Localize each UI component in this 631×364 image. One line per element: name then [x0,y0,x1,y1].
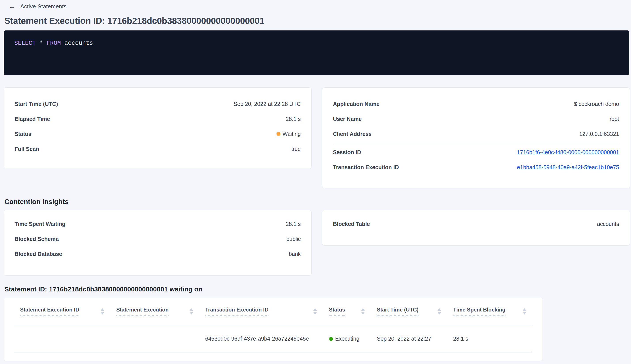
statement-overview-card: Start Time (UTC) Sep 20, 2022 at 22:28 U… [4,87,312,169]
elapsed-time-label: Elapsed Time [14,116,50,122]
session-details-card: Application Name $ cockroach demo User N… [322,87,630,188]
blocked-table-label: Blocked Table [333,221,370,227]
contention-row: Blocked Schema public [14,232,301,246]
sort-icon [438,308,441,314]
contention-cards-row: Time Spent Waiting 28.1 s Blocked Schema… [4,210,631,276]
transaction-execution-id-link[interactable]: e1bba458-5948-40a9-a42f-5feac1b10e75 [517,164,619,170]
sort-icon [190,308,193,314]
overview-row: Start Time (UTC) Sep 20, 2022 at 22:28 U… [14,96,301,112]
waiting-on-table: Statement Execution ID Statement Executi… [14,298,532,353]
sql-keyword: SELECT [14,40,36,46]
status-label: Status [14,131,31,137]
status-value: Executing [335,336,360,342]
client-address-value: 127.0.0.1:63321 [579,131,619,137]
column-header-statement-execution-id[interactable]: Statement Execution ID [14,298,110,325]
application-name-label: Application Name [333,101,380,107]
column-label: Status [329,307,345,316]
cell-statement-execution-id [14,325,110,352]
client-address-label: Client Address [333,131,372,137]
time-spent-waiting-value: 28.1 s [286,221,301,227]
cell-time-spent-blocking: 28.1 s [447,325,532,352]
column-header-status[interactable]: Status [323,298,371,325]
contention-right-card: Blocked Table accounts [322,210,630,246]
user-name-value: root [610,116,619,122]
cell-start-time: Sep 20, 2022 at 22:27 [371,325,447,352]
blocked-schema-value: public [286,236,301,242]
sql-statement-text: SELECT * FROM accounts [14,40,619,47]
waiting-on-table-card: Statement Execution ID Statement Executi… [4,298,543,361]
page-title: Statement Execution ID: 1716b218dc0b3838… [4,16,631,26]
column-header-time-spent-blocking[interactable]: Time Spent Blocking [447,298,532,325]
full-scan-value: true [291,146,301,152]
column-header-statement-execution[interactable]: Statement Execution [110,298,199,325]
column-label: Transaction Execution ID [205,307,268,316]
start-time-value: Sep 20, 2022 at 22:28 UTC [234,101,301,107]
overview-cards-row: Start Time (UTC) Sep 20, 2022 at 22:28 U… [4,87,631,188]
blocked-database-label: Blocked Database [14,251,62,257]
contention-left-card: Time Spent Waiting 28.1 s Blocked Schema… [4,210,312,276]
waiting-on-heading: Statement ID: 1716b218dc0b38380000000000… [4,285,631,293]
sort-icon [313,308,317,314]
contention-row: Time Spent Waiting 28.1 s [14,216,301,232]
back-link-label: Active Statements [20,3,67,10]
sort-icon [361,308,365,314]
sql-text: accounts [61,40,93,46]
overview-row: Full Scan true [14,142,301,156]
session-id-link[interactable]: 1716b1f6-4e0c-f480-0000-000000000001 [517,149,619,156]
executing-status-dot-icon [329,337,333,341]
contention-row: Blocked Database bank [14,246,301,262]
sql-text: * [36,40,46,46]
column-label: Time Spent Blocking [453,307,506,316]
contention-row: Blocked Table accounts [333,216,619,232]
card-divider [333,143,619,143]
elapsed-time-value: 28.1 s [286,116,301,122]
overview-row: Status Waiting [14,126,301,142]
column-header-start-time[interactable]: Start Time (UTC) [371,298,447,325]
table-header-row: Statement Execution ID Statement Executi… [14,298,532,325]
session-id-label: Session ID [333,149,361,156]
time-spent-waiting-label: Time Spent Waiting [14,221,66,227]
contention-insights-heading: Contention Insights [4,198,631,206]
session-row: Application Name $ cockroach demo [333,96,619,112]
start-time-label: Start Time (UTC) [14,101,58,107]
status-badge: Executing [329,336,360,342]
column-label: Start Time (UTC) [377,307,418,316]
back-to-active-statements-link[interactable]: ← Active Statements [9,2,67,10]
full-scan-label: Full Scan [14,146,39,152]
session-row: Transaction Execution ID e1bba458-5948-4… [333,160,619,175]
sort-icon [100,308,104,314]
column-label: Statement Execution ID [20,307,79,316]
sql-statement-box: SELECT * FROM accounts [4,30,629,75]
column-header-transaction-execution-id[interactable]: Transaction Execution ID [199,298,323,325]
user-name-label: User Name [333,116,362,122]
cell-status: Executing [323,325,371,352]
column-label: Statement Execution [116,307,168,316]
status-badge: Waiting [276,131,301,137]
waiting-status-dot-icon [276,132,280,136]
blocked-database-value: bank [289,251,301,257]
overview-row: Elapsed Time 28.1 s [14,112,301,126]
sort-icon [523,308,526,314]
transaction-execution-id-label: Transaction Execution ID [333,164,399,170]
arrow-left-icon: ← [9,3,16,10]
sql-keyword: FROM [46,40,61,46]
status-value: Waiting [283,131,301,137]
session-row: Client Address 127.0.0.1:63321 [333,126,619,142]
statement-execution-details-page: ← Active Statements Statement Execution … [0,2,631,364]
session-row: Session ID 1716b1f6-4e0c-f480-0000-00000… [333,145,619,160]
cell-transaction-execution-id: 64530d0c-969f-437e-a9b4-26a72245e45e [199,325,323,352]
session-row: User Name root [333,112,619,126]
cell-statement-execution [110,325,199,352]
blocked-table-value: accounts [597,221,619,227]
application-name-value: $ cockroach demo [574,101,619,107]
table-row: 64530d0c-969f-437e-a9b4-26a72245e45e Exe… [14,325,532,352]
blocked-schema-label: Blocked Schema [14,236,59,242]
